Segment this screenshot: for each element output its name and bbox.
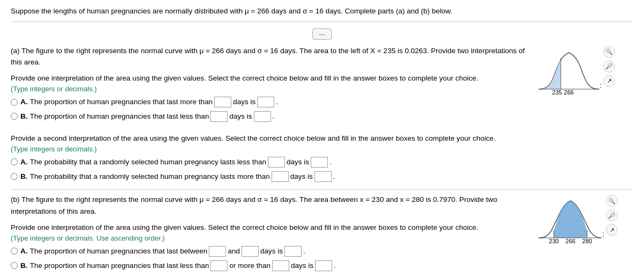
svg-text:X: X [600,83,601,89]
svg-text:235: 235 [552,89,562,96]
part-a-choice-b-input2[interactable] [254,111,271,122]
part-b-choice-a-text1: The proportion of human pregnancies that… [30,245,208,257]
part-a-choice2-a-row: A. The probability that a randomly selec… [11,156,531,168]
header-text: Suppose the lengths of human pregnancies… [11,7,452,15]
part-a-radio-b[interactable] [11,113,18,120]
part-b-choice-b-row: B. The proportion of human pregnancies t… [11,260,531,272]
expand-button[interactable]: ··· [312,28,332,40]
graph-search-icon[interactable]: 🔍 [603,46,615,58]
graph-b-export-icon[interactable]: ↗ [606,224,618,236]
part-b-radio-b[interactable] [11,262,18,269]
graph-export-icon[interactable]: ↗ [603,75,615,87]
part-a-radio2-a[interactable] [11,158,18,165]
part-b-choice-b-input2[interactable] [272,260,289,271]
part-a-instruction2-sub: (Type integers or decimals.) [11,145,531,153]
part-a-choice2-a-label: A. [20,156,28,168]
part-a-header: (a) The figure to the right represents t… [11,45,531,68]
part-b-header: (b) The figure to the right represents t… [11,194,531,217]
part-b-choice-a-text2: days is [260,245,283,257]
part-b-choice-a-input3[interactable] [284,246,302,257]
graph-b-zoom-icon[interactable]: 🔎 [606,209,618,221]
part-b-choice-b-text1: The proportion of human pregnancies that… [30,260,209,272]
part-a-choice-a-text2: days is [233,96,255,108]
part-a-choice2-b-input2[interactable] [314,171,332,182]
part-b-graph-container: 230 266 280 X 🔍 🔎 ↗ [537,194,633,276]
part-b-choice-a-label: A. [20,245,28,257]
part-b-section: (b) The figure to the right represents t… [11,194,633,276]
part-a-choice2-b-text1: The probability that a randomly selected… [30,171,270,183]
part-a-radio2-b[interactable] [11,173,18,180]
part-b-instruction1-sub: (Type integers or decimals. Use ascendin… [11,234,531,242]
part-b-choice-a-and: and [228,245,240,257]
part-a-choice2-b-text2: days is [290,171,313,183]
part-b-graph: 230 266 280 X [537,194,604,246]
part-a-instruction1-sub: (Type integers or decimals.) [11,85,531,93]
part-a-choice2-b-row: B. The probability that a randomly selec… [11,171,531,183]
part-a-radio-a[interactable] [11,99,18,106]
part-b-choice-a-input1[interactable] [209,246,226,257]
svg-text:X: X [603,231,604,238]
svg-text:266: 266 [564,89,574,96]
part-b-choice-a-input2[interactable] [241,246,259,257]
svg-text:230: 230 [549,238,559,244]
part-a-choice2-b-label: B. [20,171,28,183]
part-b-choice-b-text2: days is [291,260,313,272]
part-a-choice-b-text2: days is [229,111,252,122]
part-a-choice-a-row: A. The proportion of human pregnancies t… [11,96,531,108]
graph-b-search-icon[interactable]: 🔍 [606,195,618,207]
svg-text:266: 266 [566,238,575,244]
part-a-choice-b-row: B. The proportion of human pregnancies t… [11,111,531,122]
svg-text:280: 280 [582,238,592,244]
part-a-choice2-a-input1[interactable] [268,157,285,168]
part-a-section: (a) The figure to the right represents t… [11,45,633,185]
part-b-choice-b-input3[interactable] [315,260,332,271]
part-b-choice-a-row: A. The proportion of human pregnancies t… [11,245,531,257]
part-a-choice-b-label: B. [20,111,28,122]
part-a-choice2-a-input2[interactable] [311,157,328,168]
part-b-choice-b-input1[interactable] [210,260,228,271]
part-a-instruction2: Provide a second interpretation of the a… [11,133,531,144]
part-b-choice-b-or: or more than [229,260,270,272]
part-a-choice-b-input1[interactable] [210,111,228,122]
part-a-choice2-a-text2: days is [287,156,309,168]
part-a-choice-a-text1: The proportion of human pregnancies that… [30,96,213,108]
part-a-choice-a-input2[interactable] [257,97,274,107]
page-header: Suppose the lengths of human pregnancies… [11,5,633,22]
graph-zoom-icon[interactable]: 🔎 [603,61,615,72]
part-a-choice-b-text1: The proportion of human pregnancies that… [30,111,209,122]
part-a-choice2-a-text1: The probability that a randomly selected… [30,156,267,168]
part-a-choice-a-label: A. [20,96,28,108]
part-a-choice2-b-input1[interactable] [272,171,289,182]
part-b-radio-a[interactable] [11,248,18,255]
section-divider [11,189,633,190]
part-a-instruction1: Provide one interpretation of the area u… [11,72,531,84]
part-b-instruction1: Provide one interpretation of the area u… [11,222,531,234]
part-a-choice-a-input1[interactable] [214,97,231,107]
part-a-graph-container: 235 266 X 🔍 🔎 ↗ [537,45,633,185]
part-a-graph: 235 266 X [537,45,601,98]
part-b-choice-b-label: B. [20,260,28,272]
